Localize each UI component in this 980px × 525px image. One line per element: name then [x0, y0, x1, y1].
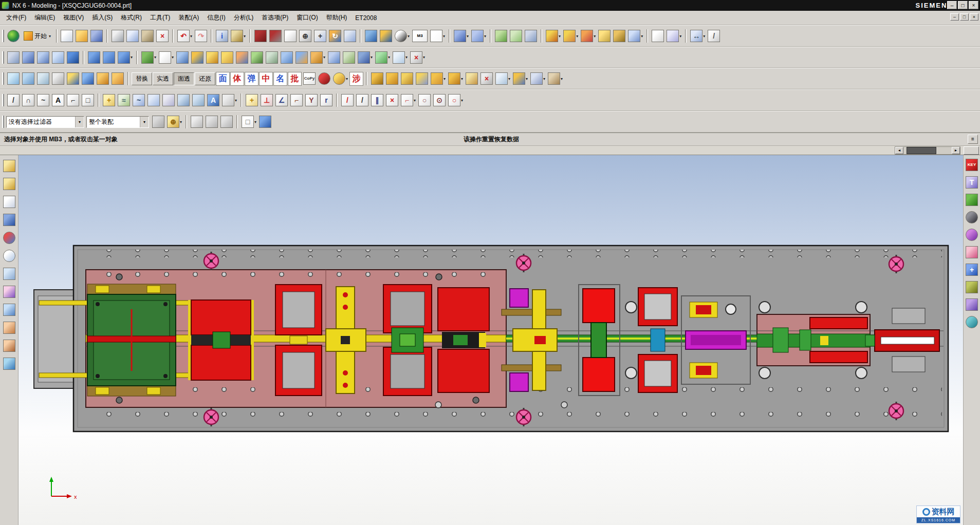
- station-green-die[interactable]: [87, 284, 176, 396]
- dashed-profile-icon[interactable]: ⌐▾: [400, 93, 417, 107]
- cylinder-icon[interactable]: ▾: [117, 50, 134, 65]
- m3-view-button[interactable]: M3: [411, 29, 429, 43]
- dropdown-arrow[interactable]: ▾: [443, 34, 445, 39]
- dropdown-arrow[interactable]: ▾: [594, 34, 596, 39]
- toolbar-grip[interactable]: [2, 72, 4, 85]
- datum-csys-icon[interactable]: ▾: [580, 29, 597, 43]
- add-component-icon[interactable]: [385, 71, 399, 86]
- snap-cross-icon[interactable]: +: [245, 93, 259, 107]
- simplify-curve-icon[interactable]: [146, 93, 161, 107]
- solid-transparent-button[interactable]: 实透: [153, 72, 173, 85]
- scrollbar-corner-button[interactable]: [964, 146, 979, 155]
- center-char-button[interactable]: 中: [259, 72, 273, 86]
- dropdown-arrow[interactable]: ▾: [172, 55, 174, 60]
- dropdown-arrow[interactable]: ▾: [323, 55, 325, 60]
- dropdown-arrow[interactable]: ▾: [423, 55, 425, 60]
- purple-sphere-icon[interactable]: [965, 228, 978, 241]
- shaded-window-icon[interactable]: [364, 29, 378, 43]
- scroll-right-button[interactable]: ►: [952, 147, 960, 154]
- view-shaded-cube-icon[interactable]: [258, 115, 272, 129]
- gear-pair-icon[interactable]: [370, 71, 384, 86]
- mesh-surface-icon[interactable]: [36, 71, 50, 86]
- undo-icon[interactable]: ↶▾: [176, 29, 193, 43]
- interpolation-icon[interactable]: [151, 115, 165, 129]
- toolbar-grip[interactable]: [2, 30, 4, 42]
- sew-icon[interactable]: [342, 50, 356, 65]
- letter-t-icon[interactable]: T: [965, 176, 978, 189]
- text-curve-icon[interactable]: A: [51, 93, 65, 107]
- repeat-command-icon[interactable]: i: [215, 29, 229, 43]
- sphere-cone-icon[interactable]: [66, 71, 80, 86]
- pan-view-icon[interactable]: [219, 115, 234, 129]
- arc-icon[interactable]: ∩: [21, 93, 35, 107]
- child-minimize-button[interactable]: –: [950, 13, 959, 21]
- menu-item[interactable]: 帮助(H): [322, 11, 352, 25]
- circle-icon[interactable]: ○: [417, 93, 432, 107]
- orient-view-cube-icon[interactable]: [379, 29, 393, 43]
- chevron-down-icon[interactable]: ▾: [75, 117, 84, 127]
- chevron-down-icon[interactable]: ▾: [49, 34, 51, 39]
- move-component-icon[interactable]: [400, 71, 414, 86]
- sequence-icon[interactable]: ▾: [529, 71, 546, 86]
- red-sphere-icon[interactable]: [317, 71, 331, 86]
- start-menu-button[interactable]: 开始 ▾: [21, 29, 54, 43]
- curved-shell-icon[interactable]: [21, 71, 35, 86]
- interference-check-icon[interactable]: [465, 71, 479, 86]
- shaded-ball-icon[interactable]: ▾: [332, 71, 349, 86]
- hd3d-tools-icon[interactable]: [3, 231, 16, 245]
- dropdown-arrow[interactable]: ▾: [467, 34, 469, 39]
- fillet-curve-icon[interactable]: r: [319, 93, 334, 107]
- roles-icon[interactable]: [3, 321, 16, 334]
- viewport-canvas[interactable]: x: [19, 155, 963, 525]
- wireframe-window-icon[interactable]: [283, 29, 298, 43]
- menu-item[interactable]: ET2008: [351, 12, 381, 24]
- copy-icon[interactable]: [125, 29, 140, 43]
- new-file-icon[interactable]: [60, 29, 74, 43]
- toolbar-grip[interactable]: [2, 116, 4, 128]
- chamfer-icon[interactable]: [220, 50, 234, 65]
- dropdown-arrow[interactable]: ▾: [526, 77, 528, 81]
- menu-item[interactable]: 编辑(E): [30, 11, 59, 25]
- layer-settings-icon[interactable]: [494, 29, 508, 43]
- menu-item[interactable]: 格式(R): [117, 11, 146, 25]
- edge-blend-icon[interactable]: [205, 50, 219, 65]
- text-on-face-icon[interactable]: A: [206, 93, 220, 107]
- menu-item[interactable]: 插入(S): [88, 11, 117, 25]
- datum-plane-icon[interactable]: ▾: [158, 50, 175, 65]
- marquee-select-icon[interactable]: □▾: [241, 115, 257, 129]
- delete-icon[interactable]: ×: [155, 29, 170, 43]
- chevron-down-icon[interactable]: ▾: [140, 117, 149, 127]
- system-materials-icon[interactable]: [3, 285, 16, 298]
- render-style-icon[interactable]: ▾: [394, 29, 411, 43]
- menu-item[interactable]: 工具(T): [146, 11, 174, 25]
- save-icon[interactable]: [89, 29, 104, 43]
- assembly-constraints-icon[interactable]: [415, 71, 429, 86]
- pan-icon[interactable]: [343, 29, 357, 43]
- snap-point-icon[interactable]: ▾: [665, 29, 682, 43]
- nx-logo-icon[interactable]: [6, 29, 21, 43]
- thicken-icon[interactable]: [327, 50, 341, 65]
- system-scenes-icon[interactable]: [3, 357, 16, 370]
- dropdown-arrow[interactable]: ▾: [461, 77, 463, 81]
- toolbar-grip[interactable]: [2, 51, 4, 64]
- solid-cube-icon[interactable]: [66, 50, 80, 65]
- curve-more-icon[interactable]: ▾: [221, 93, 238, 107]
- arc-point-icon[interactable]: ○▾: [447, 93, 464, 107]
- snap-target-icon[interactable]: ⊕▾: [166, 115, 183, 129]
- offset-curve-icon[interactable]: ≈: [117, 93, 131, 107]
- layer-category-icon[interactable]: [524, 29, 538, 43]
- extrude-icon[interactable]: [87, 50, 101, 65]
- batch-char-button[interactable]: 批: [288, 72, 302, 86]
- child-close-button[interactable]: ×: [970, 13, 978, 21]
- teal-sphere-icon[interactable]: [965, 315, 978, 329]
- assembly-navigator-icon[interactable]: [3, 159, 16, 173]
- unite-boolean-icon[interactable]: ▾: [140, 50, 157, 65]
- station-red-punches[interactable]: [188, 300, 254, 380]
- dropdown-arrow[interactable]: ▾: [508, 77, 510, 81]
- line-point-icon[interactable]: /: [340, 93, 355, 107]
- menu-item[interactable]: 装配(A): [174, 11, 203, 25]
- trim-body-icon[interactable]: ▾: [357, 50, 374, 65]
- rectangle-icon[interactable]: □: [81, 93, 95, 107]
- dropdown-arrow[interactable]: ▾: [244, 34, 246, 39]
- face-transparent-button[interactable]: 面透: [174, 72, 194, 85]
